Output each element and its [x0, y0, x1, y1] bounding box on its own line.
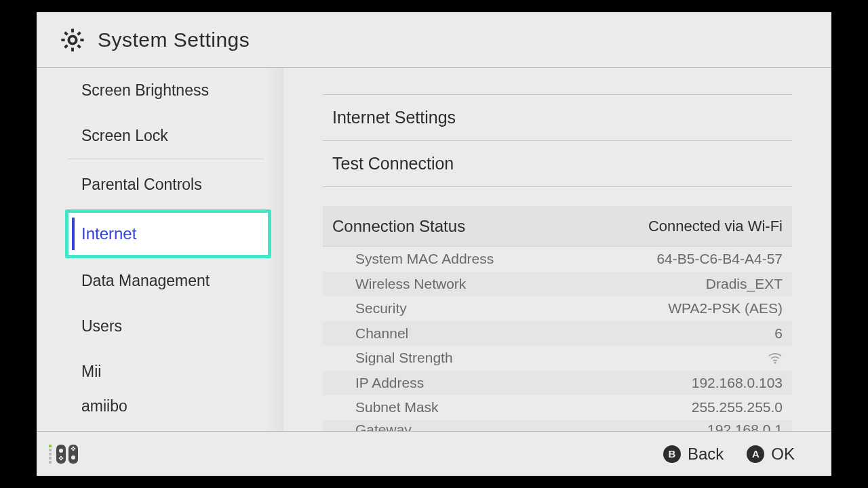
detail-row-signal-strength: Signal Strength — [323, 346, 792, 371]
menu-row-cutoff — [323, 68, 792, 95]
detail-label: System MAC Address — [355, 251, 494, 267]
detail-row-ip-address: IP Address 192.168.0.103 — [323, 371, 792, 396]
connection-status-header: Connection Status Connected via Wi-Fi — [323, 206, 792, 247]
sidebar-item-data-management[interactable]: Data Management — [37, 258, 283, 304]
detail-row-subnet-mask: Subnet Mask 255.255.255.0 — [323, 395, 792, 420]
sidebar-item-label: Internet — [81, 224, 136, 243]
a-button-icon: A — [747, 445, 764, 463]
sidebar-item-label: Screen Lock — [81, 127, 168, 145]
sidebar-item-internet[interactable]: Internet — [65, 209, 271, 258]
page-title: System Settings — [98, 28, 250, 52]
menu-item-test-connection[interactable]: Test Connection — [323, 141, 792, 187]
detail-row-security: Security WPA2-PSK (AES) — [323, 296, 792, 321]
action-label: Back — [688, 445, 724, 464]
svg-point-4 — [59, 449, 63, 453]
detail-row-mac: System MAC Address 64-B5-C6-B4-A4-57 — [323, 247, 792, 272]
svg-point-9 — [73, 449, 75, 451]
svg-point-10 — [59, 457, 61, 459]
connection-details: System MAC Address 64-B5-C6-B4-A4-57 Wir… — [323, 247, 792, 431]
detail-row-gateway: Gateway 192.168.0.1 — [323, 420, 792, 432]
detail-label: Wireless Network — [355, 276, 466, 292]
sidebar-item-screen-lock[interactable]: Screen Lock — [37, 113, 283, 159]
svg-point-13 — [60, 458, 62, 460]
joycon-icon — [56, 444, 79, 464]
main-inner: Internet Settings Test Connection Connec… — [283, 68, 831, 431]
detail-value: 192.168.0.103 — [692, 375, 783, 391]
main-panel: Internet Settings Test Connection Connec… — [283, 68, 831, 431]
battery-dots-icon — [49, 445, 52, 464]
detail-row-channel: Channel 6 — [323, 321, 792, 346]
section-gap — [323, 187, 792, 206]
b-button-icon: B — [663, 445, 681, 463]
wifi-icon — [768, 352, 783, 364]
sidebar-item-label: Data Management — [81, 272, 210, 290]
svg-rect-2 — [56, 445, 66, 464]
status-value: Connected via Wi-Fi — [648, 218, 783, 235]
detail-label: Subnet Mask — [355, 399, 439, 415]
sidebar-item-screen-brightness[interactable]: Screen Brightness — [37, 68, 283, 113]
detail-label: Security — [355, 300, 407, 317]
status-label: Connection Status — [332, 217, 465, 236]
svg-point-12 — [60, 455, 62, 458]
controller-status-icon — [49, 444, 79, 464]
menu-item-internet-settings[interactable]: Internet Settings — [323, 95, 792, 141]
svg-point-11 — [62, 457, 64, 459]
detail-label: Channel — [355, 325, 408, 342]
svg-point-6 — [71, 447, 73, 449]
detail-value: 255.255.255.0 — [692, 399, 783, 415]
sidebar: Screen Brightness Screen Lock Parental C… — [37, 68, 283, 431]
svg-point-8 — [73, 446, 75, 448]
sidebar-item-parental-controls[interactable]: Parental Controls — [37, 159, 283, 209]
svg-point-0 — [68, 36, 76, 43]
detail-label: Signal Strength — [355, 350, 453, 366]
sidebar-item-users[interactable]: Users — [37, 304, 283, 349]
sidebar-item-mii[interactable]: Mii — [37, 349, 283, 394]
detail-row-wireless-network: Wireless Network Dradis_EXT — [323, 272, 792, 297]
svg-point-5 — [71, 455, 75, 460]
detail-value: Dradis_EXT — [706, 276, 783, 292]
sidebar-item-label: Users — [81, 317, 122, 336]
sidebar-item-label: Mii — [81, 363, 101, 381]
detail-label: IP Address — [355, 375, 424, 391]
gear-icon — [58, 26, 87, 54]
detail-label: Gateway — [355, 422, 412, 432]
action-label: OK — [771, 445, 795, 464]
sidebar-list: Screen Brightness Screen Lock Parental C… — [37, 68, 283, 422]
sidebar-item-label: Screen Brightness — [81, 81, 209, 100]
body: Screen Brightness Screen Lock Parental C… — [37, 68, 831, 431]
sidebar-item-label: amiibo — [81, 397, 127, 415]
menu-item-label: Internet Settings — [332, 108, 456, 127]
header: System Settings — [37, 12, 831, 68]
detail-value: 192.168.0.1 — [707, 422, 783, 432]
sidebar-item-label: Parental Controls — [81, 176, 202, 194]
detail-value: 64-B5-C6-B4-A4-57 — [656, 251, 783, 267]
detail-value: 6 — [774, 325, 783, 342]
svg-point-1 — [774, 362, 776, 364]
action-ok[interactable]: A OK — [747, 445, 795, 464]
menu-item-label: Test Connection — [332, 154, 454, 174]
footer: B Back A OK — [37, 431, 831, 476]
action-back[interactable]: B Back — [663, 445, 724, 464]
sidebar-item-amiibo[interactable]: amiibo — [37, 394, 283, 422]
footer-actions: B Back A OK — [663, 445, 795, 464]
detail-value: WPA2-PSK (AES) — [668, 300, 783, 317]
svg-point-7 — [74, 447, 76, 449]
settings-screen: System Settings Screen Brightness Screen… — [37, 12, 831, 476]
